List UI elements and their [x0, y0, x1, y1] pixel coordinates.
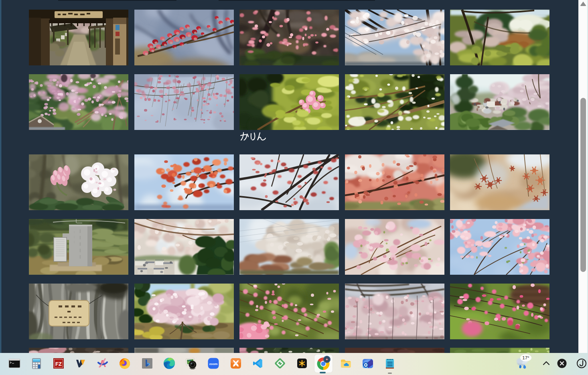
- svg-text:17°: 17°: [522, 355, 529, 360]
- svg-text:FZ: FZ: [55, 361, 62, 367]
- svg-text:zoom: zoom: [209, 362, 218, 366]
